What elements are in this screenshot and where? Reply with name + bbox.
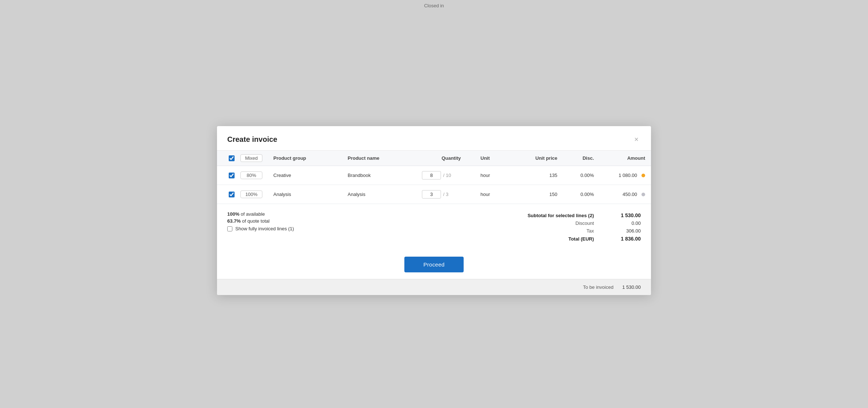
footer-value: 1 530.00 <box>622 284 641 290</box>
row1-qty-input[interactable]: 8 <box>422 171 441 180</box>
subtotal-row: Subtotal for selected lines (2) 1 530.00 <box>513 211 641 219</box>
subtotal-value: 1 530.00 <box>611 212 641 218</box>
subtotal-label: Subtotal for selected lines (2) <box>513 213 594 218</box>
row2-badge-cell: 100% <box>240 190 273 198</box>
col-unit-price: Unit price <box>513 155 557 161</box>
discount-label: Discount <box>513 220 594 226</box>
modal-footer: To be invoiced 1 530.00 <box>217 279 651 295</box>
modal-header: Create invoice × <box>217 126 651 151</box>
row1-quantity-cell: 8 / 10 <box>422 171 480 180</box>
show-invoiced-checkbox[interactable] <box>227 226 232 231</box>
row2-status-dot <box>641 193 645 196</box>
col-quantity: Quantity <box>422 155 480 161</box>
discount-value: 0.00 <box>611 220 641 226</box>
row1-amount: 1 080.00 <box>618 173 637 178</box>
summary-section: 100% of available 63.7% of quote total S… <box>217 204 651 246</box>
table-row: 80% Creative Brandbook 8 / 10 hour 135 0… <box>217 166 651 185</box>
summary-top: 100% of available 63.7% of quote total S… <box>227 211 641 243</box>
row2-disc: 0.00% <box>557 192 594 197</box>
table-section: Mixed Product group Product name Quantit… <box>217 151 651 204</box>
row1-product-name: Brandbook <box>348 173 422 178</box>
row1-badge-cell: 80% <box>240 171 273 179</box>
footer-label: To be invoiced <box>583 284 613 290</box>
top-bar: Closed in <box>0 0 868 11</box>
col-disc: Disc. <box>557 155 594 161</box>
row1-unit-price: 135 <box>513 173 557 178</box>
row2-unit: hour <box>480 192 513 197</box>
col-unit: Unit <box>480 155 513 161</box>
row2-checkbox-cell[interactable] <box>223 192 240 197</box>
row1-qty-total: / 10 <box>443 173 451 178</box>
select-all-checkbox[interactable] <box>229 155 235 161</box>
row2-amount-cell: 450.00 <box>594 192 645 197</box>
row2-badge: 100% <box>240 190 262 198</box>
row1-amount-cell: 1 080.00 <box>594 173 645 178</box>
table-header-row: Mixed Product group Product name Quantit… <box>217 151 651 166</box>
row2-checkbox[interactable] <box>229 192 235 197</box>
tax-label: Tax <box>513 228 594 234</box>
total-label: Total (EUR) <box>513 236 594 242</box>
stat-quote-total: 63.7% of quote total <box>227 218 294 224</box>
col-amount: Amount <box>594 155 645 161</box>
stat-quote-text: of quote total <box>241 218 270 224</box>
total-value: 1 836.00 <box>611 236 641 242</box>
header-checkbox-cell[interactable] <box>223 155 240 161</box>
create-invoice-modal: Create invoice × Mixed Product group Pro… <box>217 126 651 295</box>
show-invoiced-container: Show fully invoiced lines (1) <box>227 226 294 231</box>
summary-left: 100% of available 63.7% of quote total S… <box>227 211 294 231</box>
row2-product-name: Analysis <box>348 192 422 197</box>
row1-checkbox[interactable] <box>229 173 235 178</box>
stat-available-text: of available <box>239 211 265 217</box>
show-invoiced-label[interactable]: Show fully invoiced lines (1) <box>235 226 294 231</box>
proceed-button[interactable]: Proceed <box>404 257 464 272</box>
table-row: 100% Analysis Analysis 3 / 3 hour 150 0.… <box>217 185 651 204</box>
header-badge-cell: Mixed <box>240 154 273 162</box>
row2-unit-price: 150 <box>513 192 557 197</box>
tax-row: Tax 306.00 <box>513 227 641 235</box>
proceed-section: Proceed <box>217 246 651 279</box>
row1-status-dot <box>641 174 645 177</box>
row1-checkbox-cell[interactable] <box>223 173 240 178</box>
tax-value: 306.00 <box>611 228 641 234</box>
stat-available: 100% of available <box>227 211 294 217</box>
modal-title: Create invoice <box>227 135 277 144</box>
stat-quote-bold: 63.7% <box>227 218 241 224</box>
stat-available-bold: 100% <box>227 211 239 217</box>
row2-amount: 450.00 <box>622 192 637 197</box>
total-row: Total (EUR) 1 836.00 <box>513 235 641 243</box>
row1-unit: hour <box>480 173 513 178</box>
row1-product-group: Creative <box>273 173 348 178</box>
col-product-name: Product name <box>348 155 422 161</box>
col-product-group: Product group <box>273 155 348 161</box>
row2-qty-total: / 3 <box>443 192 448 197</box>
totals-table: Subtotal for selected lines (2) 1 530.00… <box>513 211 641 243</box>
discount-row: Discount 0.00 <box>513 219 641 227</box>
row2-product-group: Analysis <box>273 192 348 197</box>
row1-badge: 80% <box>240 171 262 179</box>
row2-qty-input[interactable]: 3 <box>422 190 441 199</box>
close-button[interactable]: × <box>632 135 641 144</box>
top-bar-text: Closed in <box>424 3 444 8</box>
row2-quantity-cell: 3 / 3 <box>422 190 480 199</box>
mixed-badge: Mixed <box>240 154 262 162</box>
row1-disc: 0.00% <box>557 173 594 178</box>
